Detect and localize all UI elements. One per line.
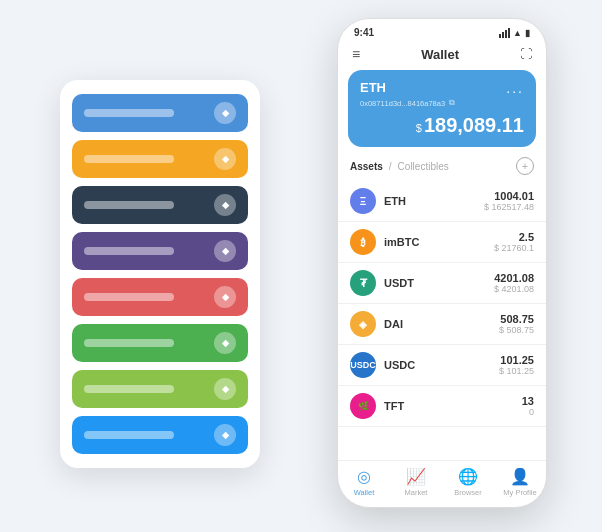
tft-icon: 🌿 (350, 393, 376, 419)
status-time: 9:41 (354, 27, 374, 38)
card-icon-5: ◆ (214, 286, 236, 308)
card-icon-2: ◆ (214, 148, 236, 170)
asset-row-usdc[interactable]: USDC USDC 101.25 $ 101.25 (338, 345, 546, 386)
wallet-nav-label: Wallet (354, 488, 375, 497)
card-icon-1: ◆ (214, 102, 236, 124)
asset-row-eth[interactable]: Ξ ETH 1004.01 $ 162517.48 (338, 181, 546, 222)
wifi-icon: ▲ (513, 28, 522, 38)
imbtc-usd: $ 21760.1 (494, 243, 534, 253)
usdc-icon: USDC (350, 352, 376, 378)
dai-name: DAI (384, 318, 499, 330)
card-icon-3: ◆ (214, 194, 236, 216)
eth-name: ETH (384, 195, 484, 207)
card-line-5 (84, 293, 174, 301)
tft-amounts: 13 0 (522, 395, 534, 417)
wallet-currency-label: ETH (360, 80, 386, 95)
imbtc-icon: ₿ (350, 229, 376, 255)
nav-market[interactable]: 📈 Market (390, 467, 442, 497)
eth-amount: 1004.01 (484, 190, 534, 202)
card-row-7[interactable]: ◆ (72, 370, 248, 408)
expand-icon[interactable]: ⛶ (520, 47, 532, 61)
card-line-4 (84, 247, 174, 255)
card-line-3 (84, 201, 174, 209)
dollar-sign: $ (416, 122, 422, 134)
phone-mockup: 9:41 ▲ ▮ ≡ Wallet ⛶ ETH ... 0x08711d3d..… (337, 18, 547, 508)
card-icon-6: ◆ (214, 332, 236, 354)
assets-header: Assets / Collectibles + (338, 157, 546, 181)
card-row-6[interactable]: ◆ (72, 324, 248, 362)
card-row-4[interactable]: ◆ (72, 232, 248, 270)
card-icon-8: ◆ (214, 424, 236, 446)
tab-assets[interactable]: Assets (350, 161, 383, 172)
usdt-icon: ₮ (350, 270, 376, 296)
usdc-usd: $ 101.25 (499, 366, 534, 376)
status-bar: 9:41 ▲ ▮ (338, 19, 546, 42)
wallet-balance: $189,089.11 (360, 114, 524, 137)
imbtc-amount: 2.5 (494, 231, 534, 243)
usdt-name: USDT (384, 277, 494, 289)
card-line-1 (84, 109, 174, 117)
card-line-2 (84, 155, 174, 163)
card-row-3[interactable]: ◆ (72, 186, 248, 224)
wallet-card-header: ETH ... (360, 80, 524, 96)
imbtc-name: imBTC (384, 236, 494, 248)
usdt-usd: $ 4201.08 (494, 284, 534, 294)
wallet-card: ETH ... 0x08711d3d...8416a78a3 ⧉ $189,08… (348, 70, 536, 147)
eth-usd: $ 162517.48 (484, 202, 534, 212)
card-icon-7: ◆ (214, 378, 236, 400)
nav-wallet[interactable]: ◎ Wallet (338, 467, 390, 497)
phone-header: ≡ Wallet ⛶ (338, 42, 546, 70)
dai-usd: $ 508.75 (499, 325, 534, 335)
menu-icon[interactable]: ≡ (352, 46, 360, 62)
status-icons: ▲ ▮ (499, 28, 530, 38)
wallet-address: 0x08711d3d...8416a78a3 ⧉ (360, 98, 524, 108)
asset-row-usdt[interactable]: ₮ USDT 4201.08 $ 4201.08 (338, 263, 546, 304)
left-card-panel: ◆ ◆ ◆ ◆ ◆ ◆ ◆ ◆ (60, 80, 260, 468)
add-asset-button[interactable]: + (516, 157, 534, 175)
market-nav-icon: 📈 (406, 467, 426, 486)
profile-nav-label: My Profile (503, 488, 536, 497)
card-line-8 (84, 431, 174, 439)
tft-amount: 13 (522, 395, 534, 407)
card-row-2[interactable]: ◆ (72, 140, 248, 178)
browser-nav-icon: 🌐 (458, 467, 478, 486)
tft-usd: 0 (522, 407, 534, 417)
card-icon-4: ◆ (214, 240, 236, 262)
usdc-amount: 101.25 (499, 354, 534, 366)
dai-amounts: 508.75 $ 508.75 (499, 313, 534, 335)
usdc-name: USDC (384, 359, 499, 371)
asset-row-tft[interactable]: 🌿 TFT 13 0 (338, 386, 546, 427)
card-line-7 (84, 385, 174, 393)
signal-icon (499, 28, 510, 38)
dai-amount: 508.75 (499, 313, 534, 325)
card-row-1[interactable]: ◆ (72, 94, 248, 132)
copy-icon[interactable]: ⧉ (449, 98, 455, 108)
browser-nav-label: Browser (454, 488, 482, 497)
usdc-amounts: 101.25 $ 101.25 (499, 354, 534, 376)
nav-browser[interactable]: 🌐 Browser (442, 467, 494, 497)
card-line-6 (84, 339, 174, 347)
eth-icon: Ξ (350, 188, 376, 214)
card-row-8[interactable]: ◆ (72, 416, 248, 454)
asset-row-imbtc[interactable]: ₿ imBTC 2.5 $ 21760.1 (338, 222, 546, 263)
wallet-nav-icon: ◎ (357, 467, 371, 486)
tab-separator: / (389, 161, 392, 172)
dai-icon: ◈ (350, 311, 376, 337)
assets-tabs: Assets / Collectibles (350, 161, 449, 172)
wallet-more-icon[interactable]: ... (506, 80, 524, 96)
nav-profile[interactable]: 👤 My Profile (494, 467, 546, 497)
asset-list: Ξ ETH 1004.01 $ 162517.48 ₿ imBTC 2.5 $ … (338, 181, 546, 460)
asset-row-dai[interactable]: ◈ DAI 508.75 $ 508.75 (338, 304, 546, 345)
card-row-5[interactable]: ◆ (72, 278, 248, 316)
bottom-nav: ◎ Wallet 📈 Market 🌐 Browser 👤 My Profile (338, 460, 546, 507)
battery-icon: ▮ (525, 28, 530, 38)
usdt-amounts: 4201.08 $ 4201.08 (494, 272, 534, 294)
usdt-amount: 4201.08 (494, 272, 534, 284)
profile-nav-icon: 👤 (510, 467, 530, 486)
tab-collectibles[interactable]: Collectibles (398, 161, 449, 172)
page-title: Wallet (421, 47, 459, 62)
imbtc-amounts: 2.5 $ 21760.1 (494, 231, 534, 253)
market-nav-label: Market (405, 488, 428, 497)
tft-name: TFT (384, 400, 522, 412)
eth-amounts: 1004.01 $ 162517.48 (484, 190, 534, 212)
